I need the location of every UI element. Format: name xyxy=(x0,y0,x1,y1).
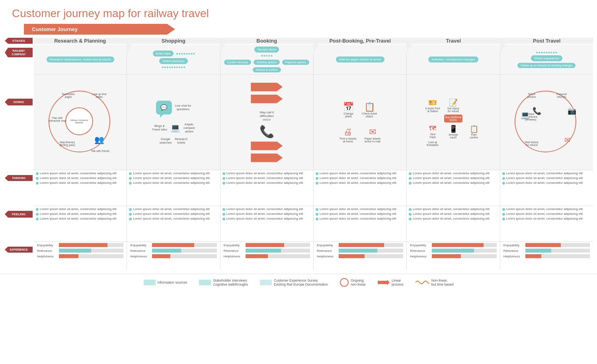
feeling-col-5: Lorem ipsum dolor sit amet, consectetur … xyxy=(407,206,500,241)
feeling-col-4: Lorem ipsum dolor sit amet, consectetur … xyxy=(314,206,407,241)
exp-col-2: Enjoyability Relevance Helpfulness xyxy=(127,242,220,270)
legend-ongoing: Ongoing, non-linear xyxy=(340,278,366,287)
feeling-col-3: Lorem ipsum dolor sit amet, consectetur … xyxy=(220,206,314,241)
legend-nonlinear: Non-linear, but time based xyxy=(416,278,454,286)
doing-col-posttravel: Requestrefunds Sharephotos 📷 Shareexperi… xyxy=(500,75,593,170)
feeling-label: FEELING xyxy=(5,211,33,218)
stage-post-travel: Post Travel xyxy=(501,38,593,44)
doing-col-travel: 🎫 E-ticket Printat Station 📝 Get stampfo… xyxy=(407,75,500,170)
exp-col-5: Enjoyability Relevance Helpfulness xyxy=(407,242,500,270)
railway-col-4: Wait for paper tickets to arrive xyxy=(314,45,407,74)
customer-journey-banner: Customer Journey xyxy=(24,24,175,35)
page-title: Customer journey map for railway travel xyxy=(0,0,597,24)
railway-col-2: Enter trips ●●●●●●●● Select pass(es) ●●●… xyxy=(127,45,220,74)
thinking-col-2: Lorem ipsum dolor sit amet, consectetur … xyxy=(127,170,220,206)
thinking-col-4: Lorem ipsum dolor sit amet, consectetur … xyxy=(314,170,407,206)
thinking-col-5: Lorem ipsum dolor sit amet, consectetur … xyxy=(407,170,500,206)
doing-col-booking: May call ifdifficultiesoccur 📞 xyxy=(220,75,314,170)
railway-col-1: Research destinations, routes and produc… xyxy=(34,45,127,74)
legend-customer-exp: Customer Experience Survey Existing Rail… xyxy=(260,278,328,286)
stage-booking: Booking xyxy=(220,38,314,44)
exp-col-3: Enjoyability Relevance Helpfulness xyxy=(220,242,314,270)
feeling-col-6: Lorem ipsum dolor sit amet, consectetur … xyxy=(500,206,593,241)
experience-label: EXPERIENCE xyxy=(5,247,33,253)
thinking-col-3: Lorem ipsum dolor sit amet, consectetur … xyxy=(220,170,314,206)
legend-info-sources: Information sources xyxy=(144,280,187,285)
legend-row: Information sources Stakeholder intervie… xyxy=(0,274,597,291)
thinking-col-1: Lorem ipsum dolor sit amet, consectetur … xyxy=(34,170,127,206)
doing-col-postbooking: 📅 Changeplans 📋 Check ticketstatus 🖨 Pri… xyxy=(314,75,407,170)
railway-col-6: ●●●●●●●●● Share experience Follow-up on … xyxy=(500,45,593,74)
stage-shopping: Shopping xyxy=(127,38,221,44)
doing-col-research: railway company website Destination page… xyxy=(34,75,127,170)
doing-label: DOING xyxy=(5,99,33,105)
thinking-col-6: Lorem ipsum dolor sit amet, consectetur … xyxy=(500,170,593,206)
stage-research: Research & Planning xyxy=(34,38,127,44)
stage-travel: Travel xyxy=(407,38,501,44)
feeling-col-2: Lorem ipsum dolor sit amet, consectetur … xyxy=(127,206,220,241)
exp-col-4: Enjoyability Relevance Helpfulness xyxy=(314,242,407,270)
railway-col-5: Activities, unexpected changes xyxy=(407,45,500,74)
feeling-col-1: Lorem ipsum dolor sit amet, consectetur … xyxy=(34,206,127,241)
railway-col-3: Review fares ●●●●● Confirm Itinerary Del… xyxy=(220,45,314,74)
stage-post-booking: Post-Booking, Pre-Travel xyxy=(314,38,408,44)
doing-col-shopping: 💬 Live chat forquestions Blogs &Travel s… xyxy=(127,75,220,170)
exp-col-6: Enjoyability Relevance Helpfulness xyxy=(500,242,593,270)
stages-label: STAGES xyxy=(5,38,33,44)
exp-col-1: Enjoyability Relevance Helpfulness xyxy=(34,242,127,270)
legend-linear: Linear process xyxy=(378,278,404,286)
railway-label: RAILWAYCOMPANY xyxy=(5,48,33,57)
thinking-label: THINKING xyxy=(5,175,33,181)
legend-stakeholder: Stakeholder interviews Cognitive walkthr… xyxy=(199,278,248,286)
